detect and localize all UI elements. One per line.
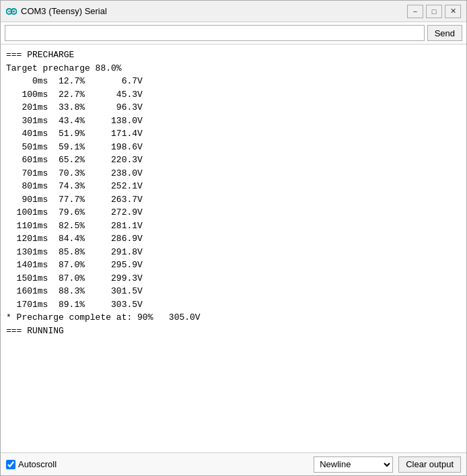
maximize-button[interactable]: □: [426, 5, 442, 18]
autoscroll-checkbox[interactable]: [6, 460, 15, 469]
clear-output-button[interactable]: Clear output: [398, 456, 461, 473]
serial-monitor-window: COM3 (Teensy) Serial − □ ✕ Send === PREC…: [0, 0, 467, 476]
title-bar: COM3 (Teensy) Serial − □ ✕: [1, 1, 466, 22]
input-toolbar: Send: [1, 22, 466, 44]
autoscroll-label: Autoscroll: [18, 459, 57, 469]
serial-input[interactable]: [5, 25, 425, 41]
window-controls: − □ ✕: [407, 5, 461, 18]
window-title: COM3 (Teensy) Serial: [21, 6, 407, 16]
send-button[interactable]: Send: [427, 25, 462, 41]
app-icon: [6, 6, 17, 17]
autoscroll-checkbox-label[interactable]: Autoscroll: [6, 459, 57, 469]
minimize-button[interactable]: −: [407, 5, 423, 18]
serial-output-area: === PRECHARGE Target precharge 88.0% 0ms…: [1, 44, 466, 452]
close-button[interactable]: ✕: [445, 5, 461, 18]
newline-select[interactable]: No line endingNewlineCarriage returnBoth…: [314, 456, 393, 473]
status-bar: Autoscroll No line endingNewlineCarriage…: [1, 452, 466, 475]
